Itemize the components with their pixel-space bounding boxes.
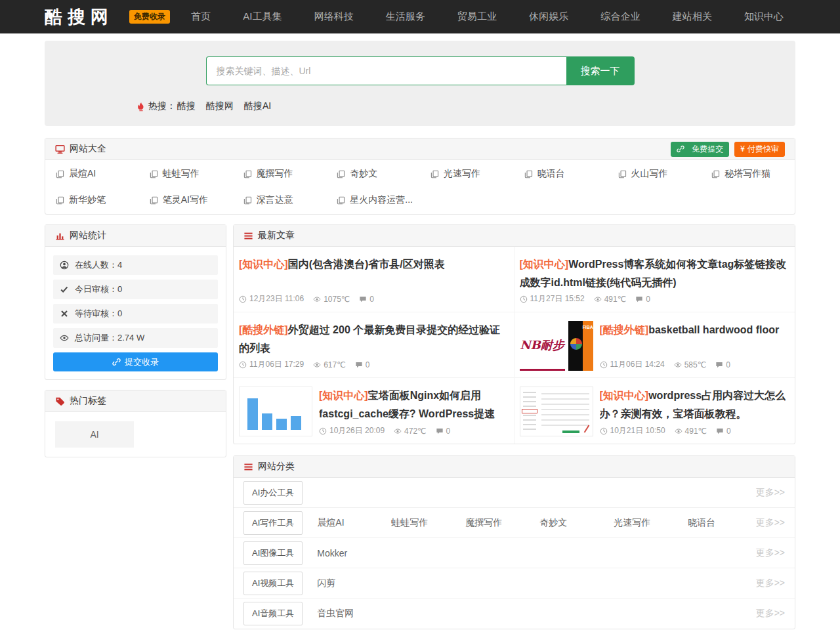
article-views: 585℃ xyxy=(674,360,707,369)
category-site-link[interactable]: 晓语台 xyxy=(688,517,755,529)
site-link[interactable]: 星火内容运营... xyxy=(326,187,420,213)
copy-icon xyxy=(56,170,64,178)
category-site-link[interactable]: 闪剪 xyxy=(317,578,391,589)
site-link[interactable]: 新华妙笔 xyxy=(45,187,139,213)
article-item: [知识中心]wordpress占用内容过大怎么办？亲测有效，宝塔面板教程。 10… xyxy=(514,378,795,444)
category-row: AI写作工具 晨煊AI蛙蛙写作魔撰写作奇妙文光速写作晓语台 更多>> xyxy=(234,508,795,538)
nav-item[interactable]: 网络科技 xyxy=(314,10,354,23)
nav-item[interactable]: 首页 xyxy=(191,10,211,23)
category-label[interactable]: AI办公工具 xyxy=(243,481,303,505)
site-link[interactable]: 魔撰写作 xyxy=(233,161,327,187)
site-directory-panel: 网站大全 免费提交 ¥ 付费快审 晨煊AI蛙蛙写作魔撰写作奇妙文光速写作晓语台火… xyxy=(45,138,795,215)
nav-item[interactable]: 综合企业 xyxy=(601,10,640,23)
more-link[interactable]: 更多>> xyxy=(756,578,785,589)
article-title[interactable]: [知识中心]wordpress占用内容过大怎么办？亲测有效，宝塔面板教程。 xyxy=(600,387,788,425)
eye-icon xyxy=(594,295,602,303)
article-item: NB耐步 FIBA [酷搜外链]basketball hardwood floo… xyxy=(514,312,795,378)
site-link[interactable]: 笔灵AI写作 xyxy=(139,187,233,213)
nav-item[interactable]: 生活服务 xyxy=(386,10,425,23)
flame-icon xyxy=(136,102,146,112)
category-row: AI办公工具 更多>> xyxy=(234,478,795,508)
nav-item[interactable]: 建站相关 xyxy=(673,10,712,23)
search-button[interactable]: 搜索一下 xyxy=(566,56,635,85)
category-label[interactable]: AI音频工具 xyxy=(243,602,303,625)
hot-search-link[interactable]: 酷搜AI xyxy=(244,100,271,111)
article-comments: 0 xyxy=(359,295,374,304)
site-link[interactable]: 晨煊AI xyxy=(45,161,139,187)
copy-icon xyxy=(618,170,627,178)
articles-grid: [知识中心]国内(包含港澳台)省市县/区对照表 12月23日 11:06 107… xyxy=(234,247,795,444)
article-title[interactable]: [知识中心]国内(包含港澳台)省市县/区对照表 xyxy=(239,255,506,293)
more-link[interactable]: 更多>> xyxy=(756,487,785,499)
article-views: 491℃ xyxy=(594,295,627,304)
category-site-link[interactable]: 蛙蛙写作 xyxy=(391,517,465,529)
latest-articles-panel: 最新文章 [知识中心]国内(包含港澳台)省市县/区对照表 12月23日 11:0… xyxy=(233,224,795,444)
site-link[interactable]: 光速写作 xyxy=(420,161,514,187)
site-link[interactable]: 晓语台 xyxy=(514,161,608,187)
article-item: [知识中心]WordPress博客系统如何将文章tag标签链接改成数字id.ht… xyxy=(514,247,795,312)
user-icon xyxy=(60,261,69,270)
article-title[interactable]: [知识中心]宝塔面板Nginx如何启用fastcgi_cache缓存? Word… xyxy=(319,387,506,425)
paid-review-button[interactable]: ¥ 付费快审 xyxy=(734,142,785,157)
tag-link[interactable]: AI xyxy=(55,421,134,448)
clock-icon xyxy=(520,295,528,303)
article-thumbnail[interactable] xyxy=(239,387,312,436)
category-site-link[interactable]: 魔撰写作 xyxy=(465,517,539,529)
site-link[interactable]: 蛙蛙写作 xyxy=(139,161,233,187)
category-site-link[interactable]: 奇妙文 xyxy=(539,517,614,529)
category-rows: AI办公工具 更多>> AI写作工具 晨煊AI蛙蛙写作魔撰写作奇妙文光速写作晓语… xyxy=(234,478,795,629)
category-site-link[interactable]: Mokker xyxy=(317,548,391,558)
article-comments: 0 xyxy=(436,427,451,436)
article-meta: 11月06日 17:29 617℃ 0 xyxy=(239,359,506,370)
category-label[interactable]: AI写作工具 xyxy=(243,511,303,535)
stat-row: 在线人数：4 xyxy=(53,255,218,275)
site-link[interactable]: 奇妙文 xyxy=(326,161,420,187)
article-title[interactable]: [知识中心]WordPress博客系统如何将文章tag标签链接改成数字id.ht… xyxy=(520,255,788,293)
article-date: 11月27日 15:52 xyxy=(520,293,585,304)
category-label[interactable]: AI图像工具 xyxy=(243,541,303,565)
category-site-link[interactable]: 晨煊AI xyxy=(317,517,391,529)
check-icon xyxy=(60,285,69,294)
main-column: 最新文章 [知识中心]国内(包含港澳台)省市县/区对照表 12月23日 11:0… xyxy=(233,224,795,629)
more-link[interactable]: 更多>> xyxy=(756,608,785,620)
more-link[interactable]: 更多>> xyxy=(756,517,785,529)
close-icon xyxy=(60,309,69,318)
free-submit-button[interactable]: 免费提交 xyxy=(671,142,729,157)
article-category-prefix: [酷搜外链] xyxy=(239,324,288,335)
nav-item[interactable]: 知识中心 xyxy=(744,10,784,23)
article-thumbnail[interactable] xyxy=(520,387,593,436)
search-input[interactable] xyxy=(206,56,566,85)
category-label[interactable]: AI视频工具 xyxy=(243,572,303,595)
nav-item[interactable]: 休闲娱乐 xyxy=(529,10,568,23)
article-meta: 12月23日 11:06 1075℃ 0 xyxy=(239,293,506,304)
article-title[interactable]: [酷搜外链]外贸超过 200 个最新免费目录提交的经过验证的列表 xyxy=(239,321,506,359)
free-listing-badge[interactable]: 免费收录 xyxy=(129,10,170,24)
clock-icon xyxy=(600,361,608,369)
monitor-icon xyxy=(55,144,65,154)
article-comments: 0 xyxy=(635,295,650,304)
submit-listing-button[interactable]: 提交收录 xyxy=(53,352,218,371)
hot-search-link[interactable]: 酷搜 xyxy=(177,100,196,111)
article-thumbnail[interactable]: NB耐步 FIBA xyxy=(520,321,593,371)
category-site-link[interactable]: 光速写作 xyxy=(614,517,688,529)
more-link[interactable]: 更多>> xyxy=(756,547,785,559)
article-title[interactable]: [酷搜外链]basketball hardwood floor xyxy=(600,321,788,359)
site-categories-panel: 网站分类 AI办公工具 更多>> AI写作工具 晨煊AI蛙蛙写作魔撰写作奇妙文光… xyxy=(233,455,795,629)
hot-search-label: 热搜： xyxy=(148,100,176,112)
copy-icon xyxy=(150,170,158,178)
article-comments: 0 xyxy=(715,360,730,369)
copy-icon xyxy=(430,170,439,178)
site-link[interactable]: 深言达意 xyxy=(233,187,327,213)
article-comments: 0 xyxy=(355,360,370,369)
site-logo[interactable]: 酷搜网 xyxy=(45,5,114,29)
site-link[interactable]: 秘塔写作猫 xyxy=(701,161,795,187)
article-views: 472℃ xyxy=(394,427,427,436)
category-site-link[interactable]: 音虫官网 xyxy=(317,608,391,620)
comment-icon xyxy=(436,427,444,435)
nav-item[interactable]: 贸易工业 xyxy=(457,10,497,23)
nav-item[interactable]: AI工具集 xyxy=(243,10,282,23)
clock-icon xyxy=(319,427,327,435)
article-date: 10月21日 10:50 xyxy=(600,425,665,436)
site-link[interactable]: 火山写作 xyxy=(608,161,702,187)
hot-search-link[interactable]: 酷搜网 xyxy=(206,100,234,111)
